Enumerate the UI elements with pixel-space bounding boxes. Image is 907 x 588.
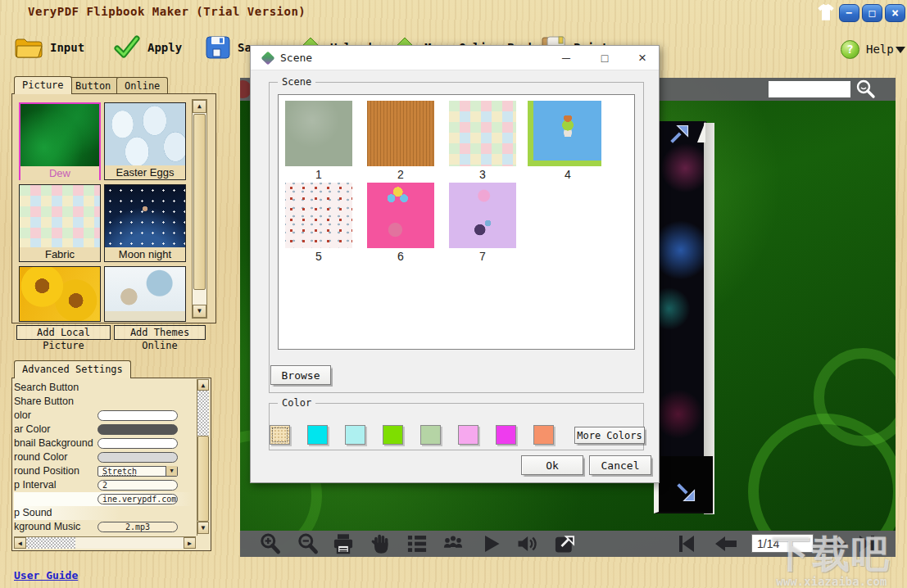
hand-pan-icon[interactable] xyxy=(370,532,392,555)
tab-online[interactable]: Online xyxy=(116,77,168,94)
setting-row[interactable]: bnail Background xyxy=(14,436,193,450)
setting-row[interactable]: round Position Stretch ▼ xyxy=(14,464,193,478)
scene-thumb-2[interactable] xyxy=(367,101,434,166)
tab-button[interactable]: Button xyxy=(67,77,119,94)
theme-sunflowers[interactable] xyxy=(19,266,101,322)
setting-row[interactable]: p Sound xyxy=(14,506,193,520)
theme-scrollbar[interactable]: ▲ ▼ xyxy=(192,99,207,319)
theme-fabric[interactable]: Fabric xyxy=(19,184,101,262)
user-guide-link[interactable]: User Guide xyxy=(14,569,78,581)
setting-row[interactable]: ar Color xyxy=(14,423,193,436)
dialog-close-button[interactable]: × xyxy=(624,46,660,70)
input-button[interactable]: Input xyxy=(14,34,84,61)
setting-row[interactable]: Share Button xyxy=(14,395,193,409)
scrollbar-track[interactable] xyxy=(75,537,184,549)
help-dropdown-arrow-icon[interactable] xyxy=(896,47,905,53)
last-page-button[interactable] xyxy=(859,536,874,552)
help-button[interactable]: ? Help xyxy=(841,36,894,62)
dialog-title-bar[interactable]: Scene ─ □ × xyxy=(251,46,659,70)
share-people-icon[interactable] xyxy=(442,532,465,555)
flipbook-page[interactable] xyxy=(660,121,706,512)
add-themes-online-button[interactable]: Add Themes Online xyxy=(114,325,206,340)
first-page-button[interactable] xyxy=(679,536,694,552)
settings-scrollbar-vertical[interactable]: ▲ ▼ xyxy=(197,379,209,536)
scrollbar-thumb[interactable] xyxy=(26,537,75,549)
url-input[interactable]: ine.verypdf.com xyxy=(98,494,178,504)
chevron-down-icon[interactable]: ▼ xyxy=(166,466,177,476)
search-icon[interactable] xyxy=(855,79,876,100)
scene-thumb-4[interactable] xyxy=(528,101,601,166)
color-swatch-field[interactable] xyxy=(98,424,178,435)
setting-row[interactable]: kground Music2.mp3 xyxy=(14,520,193,534)
scroll-up-icon[interactable]: ▲ xyxy=(197,379,209,391)
color-swatch-magenta[interactable] xyxy=(496,425,516,445)
help-label: Help xyxy=(866,43,894,56)
add-local-picture-button[interactable]: Add Local Picture xyxy=(16,325,111,340)
page-number-input[interactable] xyxy=(751,534,814,553)
tab-advanced-settings[interactable]: Advanced Settings xyxy=(14,360,131,378)
scene-thumb-3[interactable] xyxy=(449,101,516,166)
color-swatch-palecyan[interactable] xyxy=(345,425,365,445)
theme-dew[interactable]: Dew xyxy=(19,102,101,180)
color-swatch-field[interactable] xyxy=(98,452,178,463)
search-input[interactable] xyxy=(769,81,850,97)
scroll-down-icon[interactable]: ▼ xyxy=(197,522,209,534)
minimize-button[interactable]: − xyxy=(839,4,859,22)
scrollbar-thumb[interactable] xyxy=(193,114,206,290)
page-curl-down-arrow-icon[interactable] xyxy=(674,481,697,504)
scene-thumb-5[interactable] xyxy=(285,183,352,248)
scene-thumb-1[interactable] xyxy=(285,101,352,166)
scroll-right-icon[interactable]: ▶ xyxy=(184,537,196,549)
setting-label: Share Button xyxy=(14,396,74,407)
fullscreen-icon[interactable] xyxy=(553,532,576,555)
color-swatch-pink[interactable] xyxy=(458,425,478,445)
prev-page-icon[interactable] xyxy=(714,535,738,553)
page-curl-up-arrow-icon[interactable] xyxy=(668,123,691,146)
thumbnail-list-icon[interactable] xyxy=(406,532,429,555)
color-swatch-cyan[interactable] xyxy=(307,425,328,445)
scrollbar-thumb[interactable] xyxy=(197,436,209,522)
scene-thumb-7[interactable] xyxy=(449,183,516,248)
theme-easter-eggs[interactable]: Easter Eggs xyxy=(104,102,186,180)
color-swatch-salmon[interactable] xyxy=(533,425,554,445)
scrollbar-track[interactable] xyxy=(197,391,209,436)
position-dropdown[interactable]: Stretch ▼ xyxy=(98,466,178,477)
cancel-button[interactable]: Cancel xyxy=(589,455,651,475)
color-swatch-field[interactable] xyxy=(98,438,178,449)
setting-row[interactable]: round Color xyxy=(14,450,193,464)
apply-button[interactable]: Apply xyxy=(113,34,182,61)
zoom-in-icon[interactable] xyxy=(258,532,281,555)
color-swatch-field[interactable] xyxy=(98,410,178,421)
tab-picture[interactable]: Picture xyxy=(14,76,72,94)
scroll-up-icon[interactable]: ▲ xyxy=(193,100,206,113)
theme-windmill[interactable] xyxy=(104,266,186,322)
skin-icon[interactable] xyxy=(815,2,837,24)
close-button[interactable]: × xyxy=(885,4,905,22)
setting-row[interactable]: Search Button xyxy=(14,381,193,395)
dialog-minimize-button[interactable]: ─ xyxy=(548,46,584,70)
color-swatch-chartreuse[interactable] xyxy=(383,425,403,445)
settings-scrollbar-horizontal[interactable]: ◀ ▶ xyxy=(14,536,196,549)
color-swatch-sage[interactable] xyxy=(420,425,441,445)
print-icon[interactable] xyxy=(332,532,355,555)
zoom-out-icon[interactable] xyxy=(296,532,319,555)
next-page-icon[interactable] xyxy=(823,535,848,553)
scroll-left-icon[interactable]: ◀ xyxy=(14,537,26,549)
maximize-button[interactable]: □ xyxy=(862,4,882,22)
setting-row[interactable]: olor xyxy=(14,409,193,423)
scene-thumb-number: 2 xyxy=(367,168,434,181)
music-file-button[interactable]: 2.mp3 xyxy=(98,522,178,532)
dialog-maximize-button[interactable]: □ xyxy=(587,46,623,70)
browse-button[interactable]: Browse xyxy=(270,365,331,385)
setting-row[interactable]: ine.verypdf.com xyxy=(14,492,193,506)
play-icon[interactable] xyxy=(479,532,502,555)
more-colors-button[interactable]: More Colors xyxy=(574,427,645,444)
ok-button[interactable]: Ok xyxy=(521,455,583,475)
scroll-down-icon[interactable]: ▼ xyxy=(193,305,206,318)
scene-thumb-6[interactable] xyxy=(367,183,434,248)
volume-icon[interactable] xyxy=(515,532,538,555)
theme-moon-night[interactable]: Moon night xyxy=(104,184,186,262)
interval-input[interactable]: 2 xyxy=(98,480,178,491)
setting-row[interactable]: p Interval2 xyxy=(14,478,193,492)
color-swatch-tan[interactable] xyxy=(270,425,290,445)
